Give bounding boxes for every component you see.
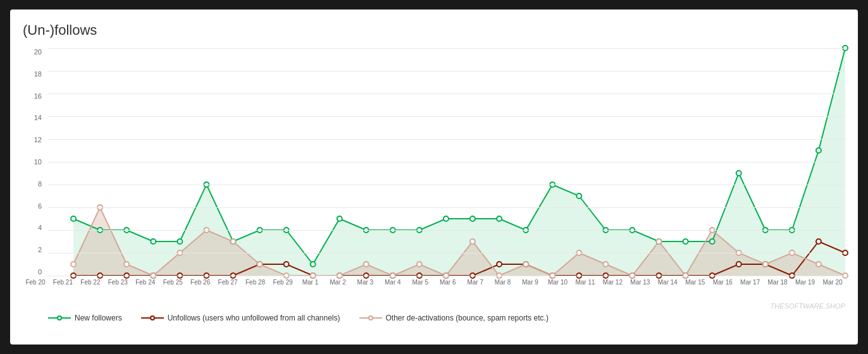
- x-axis-label: Feb 21: [50, 279, 75, 286]
- grid-line: [48, 139, 845, 140]
- svg-point-77: [523, 262, 528, 267]
- x-axis-label: Mar 6: [435, 279, 461, 286]
- y-axis-label: 16: [23, 92, 45, 100]
- grid-line: [48, 276, 845, 276]
- svg-point-80: [603, 262, 608, 267]
- svg-point-23: [683, 239, 688, 244]
- legend-other-label: Other de-activations (bounce, spam repor…: [386, 314, 549, 322]
- x-axis-label: Mar 4: [380, 279, 406, 286]
- x-axis-label: Mar 14: [655, 279, 680, 286]
- svg-point-88: [816, 262, 821, 267]
- x-axis-label: Mar 2: [325, 279, 350, 286]
- chart-container: (Un-)follows 02468101214161820 Feb 20Feb…: [10, 9, 858, 345]
- grid-line: [48, 185, 845, 185]
- legend-unfollows-label: Unfollows (users who unfollowed from all…: [168, 314, 340, 322]
- y-axis-label: 10: [23, 158, 45, 166]
- svg-point-14: [443, 216, 449, 221]
- x-axis-label: Mar 15: [683, 279, 708, 286]
- x-axis-label: Mar 19: [793, 279, 818, 286]
- x-axis-label: Mar 1: [297, 279, 323, 286]
- x-axis-label: Feb 24: [133, 279, 158, 286]
- y-axis-label: 6: [23, 202, 45, 210]
- y-axis-label: 14: [23, 114, 45, 121]
- x-axis-label: Mar 11: [573, 279, 598, 286]
- x-axis-label: Mar 17: [738, 279, 763, 286]
- svg-point-25: [736, 171, 741, 176]
- y-axis-label: 8: [23, 180, 45, 188]
- chart-area: 02468101214161820 Feb 20Feb 21Feb 22Feb …: [23, 48, 845, 307]
- x-axis-label: Mar 18: [765, 279, 790, 286]
- x-axis-label: Feb 27: [215, 279, 240, 286]
- x-axis-label: Feb 23: [105, 279, 130, 286]
- x-axis-label: Mar 9: [518, 279, 543, 286]
- svg-point-4: [177, 239, 182, 244]
- x-axis-label: Mar 20: [820, 279, 845, 286]
- svg-point-71: [364, 262, 369, 267]
- grid-line: [48, 162, 845, 162]
- svg-point-38: [284, 262, 289, 267]
- svg-point-60: [71, 262, 76, 267]
- y-axis-label: 12: [23, 136, 45, 143]
- x-axis-label: Feb 26: [188, 279, 213, 286]
- x-axis-label: Feb 29: [270, 279, 295, 286]
- x-axis-label: Mar 5: [407, 279, 433, 286]
- x-axis-label: Mar 8: [490, 279, 516, 286]
- grid-line: [48, 71, 845, 71]
- chart-title: (Un-)follows: [23, 22, 845, 39]
- x-axis-label: Feb 25: [160, 279, 185, 286]
- svg-point-15: [470, 216, 475, 221]
- grid-line: [48, 253, 845, 253]
- x-axis-label: Mar 16: [710, 279, 735, 286]
- watermark: THESOFTWARE.SHOP: [771, 302, 845, 310]
- svg-point-9: [311, 262, 316, 267]
- x-axis-label: Feb 22: [78, 279, 103, 286]
- y-axis-label: 20: [23, 48, 45, 56]
- x-axis-label: Mar 3: [352, 279, 378, 286]
- svg-point-58: [816, 239, 821, 244]
- svg-point-24: [710, 239, 715, 244]
- grid-lines: [48, 48, 845, 276]
- svg-point-16: [497, 216, 502, 221]
- legend-new-followers-label: New followers: [75, 314, 122, 322]
- legend: New followers Unfollows (users who unfol…: [23, 314, 845, 322]
- x-axis-label: Feb 20: [23, 279, 48, 286]
- svg-point-62: [124, 262, 129, 267]
- y-axis-label: 0: [23, 268, 45, 276]
- y-axis-label: 4: [23, 224, 45, 231]
- svg-point-19: [576, 193, 581, 198]
- x-axis-label: Feb 28: [243, 279, 268, 286]
- legend-new-followers: New followers: [48, 314, 122, 322]
- svg-point-66: [230, 239, 235, 244]
- legend-unfollows: Unfollows (users who unfollowed from all…: [141, 314, 340, 322]
- y-axis-label: 18: [23, 70, 45, 78]
- y-axis-label: 2: [23, 246, 45, 253]
- y-axis: 02468101214161820: [23, 48, 45, 276]
- svg-point-86: [763, 262, 768, 267]
- grid-line: [48, 116, 845, 117]
- x-axis-label: Mar 10: [545, 279, 571, 286]
- svg-point-82: [657, 239, 662, 244]
- grid-line: [48, 48, 845, 49]
- svg-point-28: [816, 148, 821, 153]
- grid-line: [48, 230, 845, 231]
- svg-point-0: [71, 216, 76, 221]
- svg-point-55: [736, 262, 741, 267]
- grid-line: [48, 207, 845, 208]
- svg-point-75: [470, 239, 475, 244]
- svg-point-67: [257, 262, 262, 267]
- x-axis-label: Mar 12: [600, 279, 625, 286]
- svg-point-10: [337, 216, 342, 221]
- svg-point-3: [151, 239, 156, 244]
- x-axis-label: Mar 7: [462, 279, 488, 286]
- legend-other: Other de-activations (bounce, spam repor…: [359, 314, 549, 322]
- grid-line: [48, 94, 845, 94]
- svg-point-73: [417, 262, 422, 267]
- svg-point-46: [497, 262, 502, 267]
- x-axis-label: Mar 13: [628, 279, 653, 286]
